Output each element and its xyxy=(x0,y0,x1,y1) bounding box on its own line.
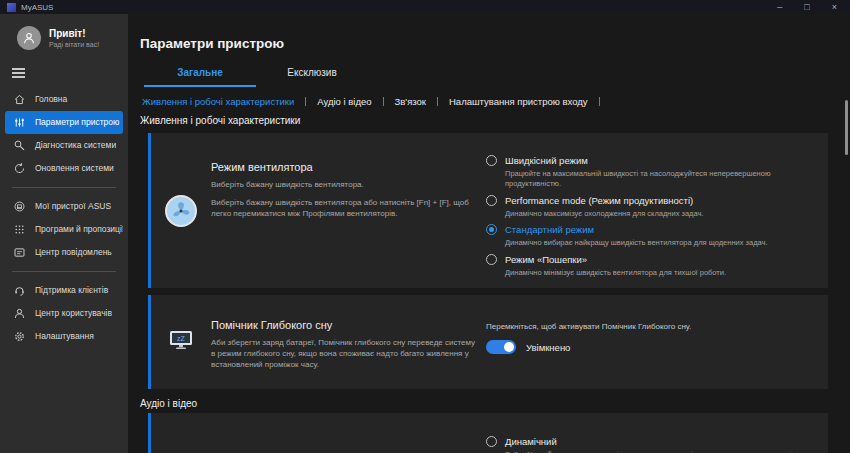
subnav-audio-video[interactable]: Аудіо і відео xyxy=(317,96,371,107)
fan-mode-card: Режим вентилятора Виберіть бажану швидкі… xyxy=(148,133,828,288)
greeting-title: Привіт! xyxy=(49,28,99,39)
fan-card-subtitle: Виберіть бажану швидкість вентилятора. xyxy=(211,180,481,191)
myasus-logo-icon xyxy=(7,3,16,12)
maximize-button[interactable]: □ xyxy=(804,0,809,14)
fan-card-title: Режим вентилятора xyxy=(211,161,481,173)
sidebar-item-diagnostics[interactable]: Діагностика системи xyxy=(5,134,123,157)
user-icon xyxy=(12,307,26,320)
messages-icon xyxy=(12,246,26,259)
sidebar-item-home[interactable]: Головна xyxy=(5,88,123,111)
sidebar-item-settings[interactable]: Налаштування xyxy=(5,325,123,348)
sidebar-item-message-center[interactable]: Центр повідомлень xyxy=(5,241,123,264)
main-content: Параметри пристрою Загальне Ексклюзив Жи… xyxy=(128,14,850,453)
sidebar-item-device-settings[interactable]: Параметри пристрою xyxy=(5,111,123,134)
sidebar-item-label: Налаштування xyxy=(35,331,94,341)
scrollbar[interactable] xyxy=(845,100,848,155)
greeting-subtitle: Раді вітати вас! xyxy=(49,41,99,48)
fan-option-performance[interactable]: Performance mode (Режим продуктивності) … xyxy=(486,195,820,219)
minimize-button[interactable]: – xyxy=(777,0,782,14)
fan-option-whisper[interactable]: Режим «Пошепки» Динамічно мінімізує швид… xyxy=(486,254,820,278)
deep-sleep-toggle[interactable] xyxy=(486,340,516,354)
sidebar-item-label: Програми й пропозиції від... xyxy=(35,224,123,234)
app-title: MyASUS xyxy=(21,3,53,12)
svg-text:zZ: zZ xyxy=(177,335,186,342)
deep-sleep-icon: zZ xyxy=(168,329,194,355)
page-title: Параметри пристрою xyxy=(140,36,850,51)
close-button[interactable]: × xyxy=(832,0,837,14)
sidebar-item-label: Діагностика системи xyxy=(35,140,116,150)
fan-icon xyxy=(165,195,197,227)
support-icon xyxy=(12,284,26,297)
sidebar-item-system-update[interactable]: Оновлення системи xyxy=(5,157,123,180)
sidebar-item-apps-offers[interactable]: Програми й пропозиції від... xyxy=(5,218,123,241)
sliders-icon xyxy=(12,116,26,129)
radio-icon[interactable] xyxy=(486,155,497,166)
subnav: Живлення і робочі характеристики Аудіо і… xyxy=(142,96,850,107)
tab-exclusive[interactable]: Ексклюзив xyxy=(256,67,368,87)
radio-icon[interactable] xyxy=(486,195,497,206)
subnav-separator xyxy=(437,97,438,106)
fan-option-standard[interactable]: Стандартний режим Динамічно вибирає найк… xyxy=(486,224,820,248)
subnav-connectivity[interactable]: Зв'язок xyxy=(395,96,426,107)
avatar xyxy=(17,26,41,50)
deep-sleep-title: Помічник Глибокого сну xyxy=(211,319,481,331)
tab-bar: Загальне Ексклюзив xyxy=(144,67,850,87)
radio-icon[interactable] xyxy=(486,436,497,447)
subnav-input-device[interactable]: Налаштування пристрою входу xyxy=(449,96,588,107)
section-title-audio: Аудіо і відео xyxy=(140,398,850,409)
subnav-separator xyxy=(599,97,600,106)
home-icon xyxy=(12,93,26,106)
deep-sleep-toggle-hint: Перемкніться, щоб активувати Помічник Гл… xyxy=(486,322,820,331)
sidebar-item-customer-support[interactable]: Підтримка клієнтів xyxy=(5,279,123,302)
radio-icon[interactable] xyxy=(486,254,497,265)
fan-card-description: Виберіть бажану швидкість вентилятора аб… xyxy=(211,198,481,220)
tab-general[interactable]: Загальне xyxy=(144,67,256,87)
devices-icon xyxy=(12,200,26,213)
sidebar-nav: Головна Параметри пристрою Діагностика с… xyxy=(0,88,128,348)
sidebar-divider xyxy=(12,271,116,272)
subnav-separator xyxy=(305,97,306,106)
sidebar-item-label: Центр користувачів xyxy=(35,308,112,318)
sound-option-dynamic[interactable]: Динамічний Dolby Atmos® визначає контент… xyxy=(486,436,820,453)
deep-sleep-toggle-state: Увімкнено xyxy=(526,342,570,353)
radio-selected-icon[interactable] xyxy=(486,224,497,235)
deep-sleep-card: zZ Помічник Глибокого сну Аби зберегти з… xyxy=(148,295,828,389)
deep-sleep-description: Аби зберегти заряд батареї, Помічник гли… xyxy=(211,338,481,370)
fan-option-fast[interactable]: Швидкісний режим Працюйте на максимальні… xyxy=(486,155,820,189)
sidebar-item-label: Центр повідомлень xyxy=(35,247,112,257)
sidebar: Привіт! Раді вітати вас! Головна Парамет… xyxy=(0,14,128,453)
sidebar-item-label: Підтримка клієнтів xyxy=(35,285,108,295)
menu-toggle-icon[interactable] xyxy=(12,68,25,78)
section-title-power: Живлення і робочі характеристики xyxy=(140,115,850,126)
sidebar-item-label: Мої пристрої ASUS xyxy=(35,201,111,211)
user-greeting[interactable]: Привіт! Раді вітати вас! xyxy=(0,24,128,52)
sound-modes-card: Режими звуку Виберіть свої власні режими… xyxy=(148,413,828,453)
titlebar: MyASUS – □ × xyxy=(0,0,850,14)
subnav-separator xyxy=(383,97,384,106)
update-icon xyxy=(12,162,26,175)
sidebar-item-my-devices[interactable]: Мої пристрої ASUS xyxy=(5,195,123,218)
sidebar-item-label: Оновлення системи xyxy=(35,163,114,173)
diagnostics-icon xyxy=(12,139,26,152)
sidebar-item-label: Головна xyxy=(35,94,67,104)
sidebar-item-label: Параметри пристрою xyxy=(35,117,119,127)
subnav-power[interactable]: Живлення і робочі характеристики xyxy=(142,96,294,107)
sidebar-item-user-center[interactable]: Центр користувачів xyxy=(5,302,123,325)
apps-grid-icon xyxy=(12,223,26,236)
sidebar-divider xyxy=(12,187,116,188)
gear-icon xyxy=(12,330,26,343)
